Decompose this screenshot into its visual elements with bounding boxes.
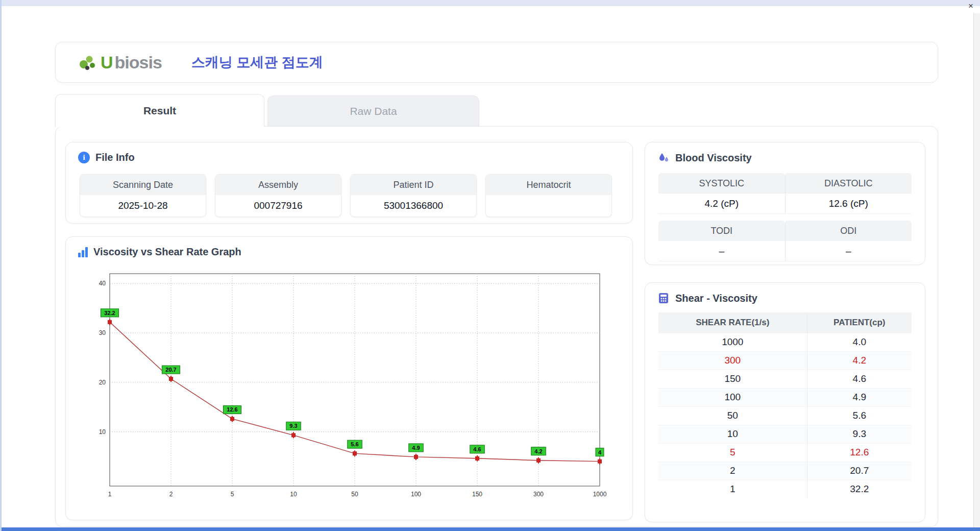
vertical-scrollbar[interactable]	[973, 13, 980, 527]
field-assembly: Assembly 000727916	[215, 174, 341, 217]
shear-rate-cell: 150	[658, 370, 807, 388]
svg-text:4: 4	[598, 449, 602, 455]
blood-viscosity-title: Blood Viscosity	[675, 152, 752, 164]
field-scanning-date: Scanning Date 2025-10-28	[80, 174, 206, 217]
tab-raw-data[interactable]: Raw Data	[267, 95, 479, 126]
shear-table-row: 132.2	[658, 480, 912, 498]
svg-text:32.2: 32.2	[104, 310, 115, 316]
svg-text:50: 50	[351, 491, 358, 498]
svg-text:1: 1	[108, 491, 112, 498]
patient-cp-cell: 20.7	[807, 462, 912, 480]
systolic-header: SYSTOLIC	[658, 173, 785, 194]
svg-text:4.2: 4.2	[534, 448, 542, 454]
shear-rate-cell: 1	[658, 480, 807, 498]
systolic-value: 4.2 (cP)	[658, 194, 785, 214]
svg-text:30: 30	[99, 329, 106, 336]
svg-text:12.6: 12.6	[227, 406, 237, 413]
svg-text:150: 150	[472, 491, 482, 498]
file-info-card: i File Info Scanning Date 2025-10-28 Ass…	[65, 142, 633, 224]
tab-result[interactable]: Result	[55, 94, 264, 127]
svg-text:2: 2	[169, 491, 173, 498]
svg-text:9.3: 9.3	[289, 423, 297, 429]
viscosity-chart: 125105010015030010001020304032.220.712.6…	[84, 267, 615, 512]
shear-table-row: 109.3	[658, 425, 912, 443]
diastolic-header: DIASTOLIC	[785, 173, 912, 194]
field-value	[486, 195, 611, 216]
app-title-korean: 스캐닝 모세관 점도계	[191, 53, 323, 71]
shear-table-row: 1504.6	[658, 370, 912, 388]
shear-rate-cell: 50	[658, 406, 807, 425]
svg-text:20: 20	[99, 379, 106, 386]
field-label: Patient ID	[351, 175, 476, 195]
info-icon: i	[78, 152, 90, 163]
svg-text:100: 100	[411, 491, 421, 498]
patient-cp-cell: 4.6	[807, 370, 912, 388]
shear-table-row: 1004.9	[658, 388, 912, 406]
window-bottom-border	[2, 527, 980, 531]
field-label: Assembly	[215, 175, 341, 195]
window-close-button[interactable]: ×	[965, 1, 977, 12]
odi-value: –	[785, 241, 912, 261]
shear-rate-cell: 10	[658, 425, 807, 443]
shear-rate-cell: 100	[658, 388, 807, 406]
logo-text: biosis	[115, 53, 162, 73]
patient-cp-cell: 32.2	[807, 480, 912, 498]
shear-viscosity-card: Shear - Viscosity SHEAR RATE(1/s) PATIEN…	[645, 282, 925, 522]
shear-table-row: 10004.0	[658, 333, 912, 351]
field-value: 53001366800	[351, 195, 476, 216]
viscosity-chart-svg: 125105010015030010001020304032.220.712.6…	[84, 267, 615, 512]
field-label: Hematocrit	[486, 175, 611, 195]
svg-text:300: 300	[533, 491, 544, 498]
shear-table-row: 3004.2	[658, 351, 912, 370]
patient-cp-cell: 4.2	[807, 351, 912, 370]
svg-text:4.6: 4.6	[473, 446, 481, 452]
shear-rate-cell: 300	[658, 351, 807, 370]
shear-rate-cell: 1000	[658, 333, 807, 351]
field-hematocrit: Hematocrit	[485, 174, 612, 217]
viscosity-graph-card: Viscosity vs Shear Rate Graph 1251050100…	[65, 236, 633, 520]
field-label: Scanning Date	[80, 175, 206, 195]
todi-header: TODI	[658, 221, 785, 241]
field-value: 000727916	[215, 195, 341, 216]
patient-cp-cell: 12.6	[807, 443, 912, 462]
shear-table-row: 505.6	[658, 406, 912, 425]
field-patient-id: Patient ID 53001366800	[350, 174, 477, 217]
todi-value: –	[658, 241, 785, 261]
shear-rate-cell: 5	[658, 443, 807, 462]
calculator-icon	[657, 292, 670, 304]
bar-chart-icon	[78, 247, 88, 257]
shear-rate-column-header: SHEAR RATE(1/s)	[658, 312, 807, 333]
patient-cp-cell: 4.0	[807, 333, 912, 351]
svg-text:10: 10	[290, 491, 297, 498]
shear-table-row: 512.6	[658, 443, 912, 462]
shear-table-row: 220.7	[658, 462, 912, 480]
svg-text:20.7: 20.7	[165, 367, 176, 373]
shear-rate-cell: 2	[658, 462, 807, 480]
svg-text:5: 5	[231, 491, 234, 498]
ubiosis-leaf-icon	[77, 52, 99, 73]
patient-cp-cell: 9.3	[807, 425, 912, 443]
odi-header: ODI	[785, 221, 912, 241]
blood-viscosity-card: Blood Viscosity SYSTOLIC DIASTOLIC 4.2 (…	[645, 142, 925, 265]
file-info-title: File Info	[95, 152, 135, 163]
app-header: U biosis 스캐닝 모세관 점도계	[55, 42, 938, 83]
diastolic-value: 12.6 (cP)	[785, 194, 912, 214]
logo-letter-u: U	[101, 53, 113, 73]
app-logo: U biosis	[77, 52, 162, 73]
svg-text:10: 10	[99, 428, 106, 436]
field-value: 2025-10-28	[80, 195, 206, 216]
graph-title: Viscosity vs Shear Rate Graph	[93, 246, 241, 258]
shear-viscosity-rows: 10004.03004.21504.61004.9505.6109.3512.6…	[658, 333, 912, 498]
blood-viscosity-table: SYSTOLIC DIASTOLIC 4.2 (cP) 12.6 (cP) TO…	[658, 173, 912, 261]
blood-drop-icon	[657, 152, 670, 164]
svg-text:1000: 1000	[593, 491, 607, 498]
patient-column-header: PATIENT(cp)	[807, 312, 912, 333]
svg-text:40: 40	[99, 280, 106, 287]
shear-viscosity-title: Shear - Viscosity	[675, 293, 757, 304]
shear-viscosity-table: SHEAR RATE(1/s) PATIENT(cp) 10004.03004.…	[658, 312, 912, 498]
svg-text:4.9: 4.9	[412, 445, 420, 451]
patient-cp-cell: 4.9	[807, 388, 912, 406]
svg-text:5.6: 5.6	[351, 441, 358, 447]
patient-cp-cell: 5.6	[807, 406, 912, 425]
window-title-bar	[2, 0, 980, 6]
